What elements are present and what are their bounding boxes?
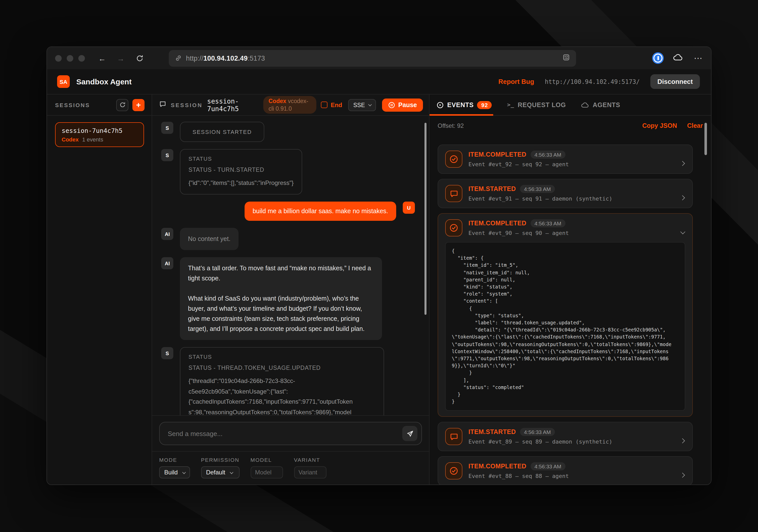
assistant-message-bubble: That’s a tall order. To move fast and “m… <box>180 257 382 340</box>
permission-value: Default <box>206 469 225 476</box>
clear-events-button[interactable]: Clear <box>687 122 703 129</box>
send-icon <box>406 430 414 437</box>
chevron-right-icon[interactable] <box>681 158 684 167</box>
event-time: 4:56:33 AM <box>530 219 565 227</box>
events-meta-actions: Copy JSON Clear <box>642 122 703 129</box>
variant-label: VARIANT <box>294 457 326 463</box>
session-list-item[interactable]: session-7un4c7h5 Codex 1 events <box>55 122 144 147</box>
chat-message-list: S SESSION STARTED S STATUS STATUS - TURN… <box>152 116 429 415</box>
refresh-icon <box>119 102 125 108</box>
tab-agents[interactable]: AGENTS <box>581 101 620 108</box>
transport-select[interactable]: SSE <box>348 99 376 111</box>
session-name: session-7un4c7h5 <box>207 97 259 113</box>
chevron-right-icon[interactable] <box>681 470 684 479</box>
tab-events-label: EVENTS <box>447 101 474 108</box>
mode-control: MODE Build <box>159 457 190 479</box>
report-bug-link[interactable]: Report Bug <box>499 78 534 85</box>
events-offset: Offset: 92 <box>438 122 464 129</box>
event-card-expanded[interactable]: ITEM.COMPLETED 4:56:33 AM Event #evt_90 … <box>438 213 693 417</box>
status-subtitle: STATUS - TURN.STARTED <box>189 167 293 173</box>
user-message-bubble: build me a billion dollar saas. make no … <box>245 202 396 221</box>
sessions-actions: + <box>116 99 145 111</box>
play-circle-icon <box>436 101 444 108</box>
end-session-control[interactable]: End <box>321 101 342 108</box>
chevron-down-icon <box>230 470 233 474</box>
composer <box>152 415 429 451</box>
url-scheme: http:// <box>186 54 203 62</box>
session-item-meta: Codex 1 events <box>62 136 137 143</box>
chat-message-status: S STATUS STATUS - THREAD.TOKEN_USAGE.UPD… <box>161 347 415 415</box>
event-type: ITEM.STARTED <box>468 429 516 436</box>
main-content: SESSIONS + session-7un4c7h5 Codex 1 even… <box>47 94 711 484</box>
tab-agents-label: AGENTS <box>593 101 620 108</box>
app-logo: SA <box>57 75 70 88</box>
event-summary: Event #evt_92 — seq 92 — agent <box>468 161 569 168</box>
active-tab-indicator <box>430 114 493 116</box>
app-title: Sandbox Agent <box>76 77 132 86</box>
send-button[interactable] <box>402 426 417 441</box>
event-summary: Event #evt_88 — seq 88 — agent <box>468 473 569 480</box>
event-card-header: ITEM.COMPLETED 4:56:33 AM Event #evt_92 … <box>445 150 685 168</box>
session-controls: MODE Build PERMISSION Default <box>152 451 429 484</box>
mode-select[interactable]: Build <box>159 466 190 479</box>
session-chat-icon <box>159 100 166 109</box>
event-card-header: ITEM.STARTED 4:56:33 AM Event #evt_91 — … <box>445 185 685 202</box>
window-close-button[interactable] <box>55 55 62 61</box>
chevron-right-icon[interactable] <box>681 192 684 202</box>
session-item-events-count: 1 events <box>82 136 103 143</box>
back-button[interactable]: ← <box>96 54 108 62</box>
status-title: STATUS <box>189 354 375 360</box>
avatar: S <box>161 347 173 359</box>
desktop-background: ← → http://100.94.102.49:5173 ⋯ <box>0 0 758 532</box>
user-avatar: U <box>403 202 415 214</box>
model-input[interactable] <box>250 466 283 479</box>
event-card[interactable]: ITEM.COMPLETED 4:56:33 AM Event #evt_88 … <box>438 456 693 484</box>
new-session-button[interactable]: + <box>132 99 145 111</box>
pause-icon <box>388 101 395 108</box>
disconnect-button[interactable]: Disconnect <box>650 74 700 89</box>
browser-menu-button[interactable]: ⋯ <box>694 53 703 63</box>
event-card[interactable]: ITEM.STARTED 4:56:33 AM Event #evt_91 — … <box>438 179 693 208</box>
model-control: MODEL <box>250 457 283 479</box>
address-bar[interactable]: http://100.94.102.49:5173 <box>169 50 576 66</box>
assistant-message-bubble: No content yet. <box>180 228 238 250</box>
check-circle-icon <box>445 463 463 480</box>
end-label: End <box>331 101 342 108</box>
password-manager-icon[interactable] <box>653 53 663 63</box>
forward-button[interactable]: → <box>115 54 127 62</box>
window-controls <box>55 55 85 61</box>
status-bubble: STATUS STATUS - THREAD.TOKEN_USAGE.UPDAT… <box>180 347 384 415</box>
chevron-down-icon[interactable] <box>681 227 684 236</box>
avatar: S <box>161 149 173 161</box>
chat-scrollbar[interactable] <box>425 123 427 315</box>
sessions-header: SESSIONS + <box>47 94 152 116</box>
permission-label: PERMISSION <box>201 457 239 463</box>
window-zoom-button[interactable] <box>78 55 85 61</box>
variant-input[interactable] <box>294 466 326 479</box>
events-scrollbar[interactable] <box>705 123 707 155</box>
refresh-sessions-button[interactable] <box>116 99 128 111</box>
chat-message-status: S STATUS STATUS - TURN.STARTED {"id":"0"… <box>161 149 415 195</box>
message-input-box <box>159 422 422 445</box>
page-settings-icon <box>563 53 570 61</box>
event-card[interactable]: ITEM.COMPLETED 4:56:33 AM Event #evt_92 … <box>438 145 693 174</box>
status-json: {"threadId":"019c04ad-266b-72c3-83cc- c5… <box>189 376 375 415</box>
tab-request-log[interactable]: >_ REQUEST LOG <box>507 101 566 108</box>
session-item-agent: Codex <box>62 136 79 143</box>
reader-mode-button[interactable] <box>563 53 570 63</box>
check-circle-icon <box>445 219 463 236</box>
event-card[interactable]: ITEM.STARTED 4:56:33 AM Event #evt_89 — … <box>438 422 693 451</box>
message-input[interactable] <box>168 430 402 437</box>
end-checkbox[interactable] <box>321 102 328 108</box>
copy-json-button[interactable]: Copy JSON <box>642 122 677 129</box>
downloads-cloud-button[interactable] <box>673 53 683 63</box>
reload-button[interactable] <box>133 54 146 62</box>
pause-button[interactable]: Pause <box>382 98 423 112</box>
event-json-payload: { "item": { "item_id": "itm_5", "native_… <box>445 242 685 411</box>
chevron-right-icon[interactable] <box>681 436 684 445</box>
chat-message-user: build me a billion dollar saas. make no … <box>161 202 415 221</box>
permission-select[interactable]: Default <box>201 466 239 479</box>
tab-events[interactable]: EVENTS 92 <box>436 101 492 109</box>
window-minimize-button[interactable] <box>67 55 73 61</box>
chat-message-assistant: AI No content yet. <box>161 228 415 250</box>
